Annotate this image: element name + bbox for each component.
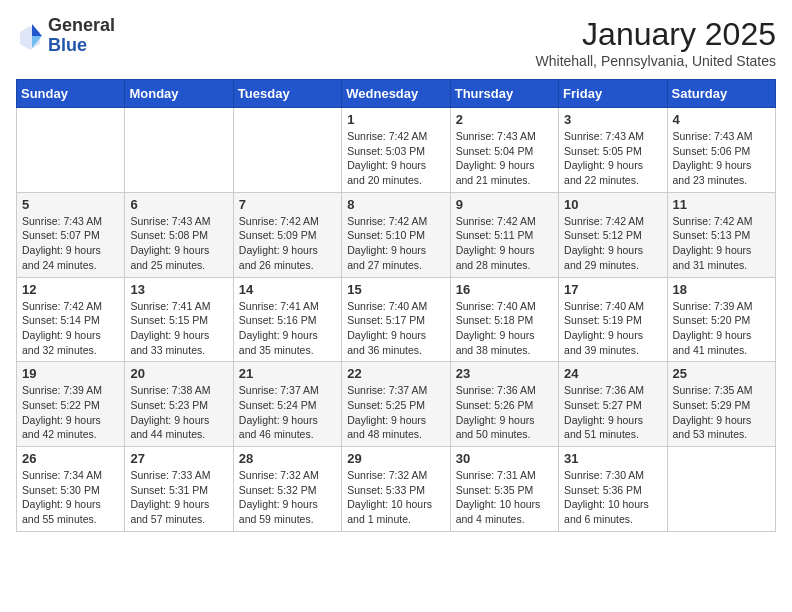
day-number: 22 bbox=[347, 366, 444, 381]
logo-icon bbox=[16, 22, 44, 50]
calendar-week-row: 26Sunrise: 7:34 AM Sunset: 5:30 PM Dayli… bbox=[17, 447, 776, 532]
day-info: Sunrise: 7:36 AM Sunset: 5:26 PM Dayligh… bbox=[456, 383, 553, 442]
day-info: Sunrise: 7:40 AM Sunset: 5:19 PM Dayligh… bbox=[564, 299, 661, 358]
calendar-cell: 24Sunrise: 7:36 AM Sunset: 5:27 PM Dayli… bbox=[559, 362, 667, 447]
day-info: Sunrise: 7:43 AM Sunset: 5:05 PM Dayligh… bbox=[564, 129, 661, 188]
calendar-cell: 4Sunrise: 7:43 AM Sunset: 5:06 PM Daylig… bbox=[667, 108, 775, 193]
day-number: 2 bbox=[456, 112, 553, 127]
title-block: January 2025 Whitehall, Pennsylvania, Un… bbox=[536, 16, 776, 69]
calendar-cell: 17Sunrise: 7:40 AM Sunset: 5:19 PM Dayli… bbox=[559, 277, 667, 362]
day-info: Sunrise: 7:43 AM Sunset: 5:08 PM Dayligh… bbox=[130, 214, 227, 273]
day-info: Sunrise: 7:34 AM Sunset: 5:30 PM Dayligh… bbox=[22, 468, 119, 527]
page-header: General Blue January 2025 Whitehall, Pen… bbox=[16, 16, 776, 69]
day-info: Sunrise: 7:41 AM Sunset: 5:15 PM Dayligh… bbox=[130, 299, 227, 358]
calendar-cell: 9Sunrise: 7:42 AM Sunset: 5:11 PM Daylig… bbox=[450, 192, 558, 277]
day-info: Sunrise: 7:42 AM Sunset: 5:12 PM Dayligh… bbox=[564, 214, 661, 273]
calendar-cell: 18Sunrise: 7:39 AM Sunset: 5:20 PM Dayli… bbox=[667, 277, 775, 362]
calendar-cell: 11Sunrise: 7:42 AM Sunset: 5:13 PM Dayli… bbox=[667, 192, 775, 277]
calendar-header-row: SundayMondayTuesdayWednesdayThursdayFrid… bbox=[17, 80, 776, 108]
day-info: Sunrise: 7:43 AM Sunset: 5:06 PM Dayligh… bbox=[673, 129, 770, 188]
weekday-header: Saturday bbox=[667, 80, 775, 108]
calendar-cell bbox=[667, 447, 775, 532]
day-number: 14 bbox=[239, 282, 336, 297]
calendar-cell: 31Sunrise: 7:30 AM Sunset: 5:36 PM Dayli… bbox=[559, 447, 667, 532]
calendar-cell: 16Sunrise: 7:40 AM Sunset: 5:18 PM Dayli… bbox=[450, 277, 558, 362]
calendar: SundayMondayTuesdayWednesdayThursdayFrid… bbox=[16, 79, 776, 532]
calendar-cell: 26Sunrise: 7:34 AM Sunset: 5:30 PM Dayli… bbox=[17, 447, 125, 532]
day-info: Sunrise: 7:37 AM Sunset: 5:25 PM Dayligh… bbox=[347, 383, 444, 442]
weekday-header: Sunday bbox=[17, 80, 125, 108]
day-info: Sunrise: 7:30 AM Sunset: 5:36 PM Dayligh… bbox=[564, 468, 661, 527]
day-number: 17 bbox=[564, 282, 661, 297]
day-info: Sunrise: 7:42 AM Sunset: 5:10 PM Dayligh… bbox=[347, 214, 444, 273]
day-number: 9 bbox=[456, 197, 553, 212]
day-info: Sunrise: 7:32 AM Sunset: 5:32 PM Dayligh… bbox=[239, 468, 336, 527]
calendar-cell: 15Sunrise: 7:40 AM Sunset: 5:17 PM Dayli… bbox=[342, 277, 450, 362]
day-number: 26 bbox=[22, 451, 119, 466]
calendar-week-row: 1Sunrise: 7:42 AM Sunset: 5:03 PM Daylig… bbox=[17, 108, 776, 193]
day-number: 6 bbox=[130, 197, 227, 212]
day-info: Sunrise: 7:36 AM Sunset: 5:27 PM Dayligh… bbox=[564, 383, 661, 442]
day-number: 29 bbox=[347, 451, 444, 466]
day-number: 10 bbox=[564, 197, 661, 212]
day-info: Sunrise: 7:31 AM Sunset: 5:35 PM Dayligh… bbox=[456, 468, 553, 527]
weekday-header: Monday bbox=[125, 80, 233, 108]
day-number: 20 bbox=[130, 366, 227, 381]
day-info: Sunrise: 7:42 AM Sunset: 5:13 PM Dayligh… bbox=[673, 214, 770, 273]
logo: General Blue bbox=[16, 16, 115, 56]
calendar-week-row: 12Sunrise: 7:42 AM Sunset: 5:14 PM Dayli… bbox=[17, 277, 776, 362]
calendar-cell: 22Sunrise: 7:37 AM Sunset: 5:25 PM Dayli… bbox=[342, 362, 450, 447]
day-number: 23 bbox=[456, 366, 553, 381]
day-number: 7 bbox=[239, 197, 336, 212]
calendar-cell: 13Sunrise: 7:41 AM Sunset: 5:15 PM Dayli… bbox=[125, 277, 233, 362]
calendar-cell: 2Sunrise: 7:43 AM Sunset: 5:04 PM Daylig… bbox=[450, 108, 558, 193]
day-number: 16 bbox=[456, 282, 553, 297]
day-info: Sunrise: 7:40 AM Sunset: 5:18 PM Dayligh… bbox=[456, 299, 553, 358]
day-number: 8 bbox=[347, 197, 444, 212]
logo-text: General Blue bbox=[48, 16, 115, 56]
day-number: 1 bbox=[347, 112, 444, 127]
calendar-week-row: 5Sunrise: 7:43 AM Sunset: 5:07 PM Daylig… bbox=[17, 192, 776, 277]
day-info: Sunrise: 7:35 AM Sunset: 5:29 PM Dayligh… bbox=[673, 383, 770, 442]
day-number: 30 bbox=[456, 451, 553, 466]
day-number: 24 bbox=[564, 366, 661, 381]
calendar-cell: 8Sunrise: 7:42 AM Sunset: 5:10 PM Daylig… bbox=[342, 192, 450, 277]
day-info: Sunrise: 7:42 AM Sunset: 5:14 PM Dayligh… bbox=[22, 299, 119, 358]
location: Whitehall, Pennsylvania, United States bbox=[536, 53, 776, 69]
day-info: Sunrise: 7:41 AM Sunset: 5:16 PM Dayligh… bbox=[239, 299, 336, 358]
calendar-cell bbox=[125, 108, 233, 193]
day-info: Sunrise: 7:40 AM Sunset: 5:17 PM Dayligh… bbox=[347, 299, 444, 358]
day-info: Sunrise: 7:37 AM Sunset: 5:24 PM Dayligh… bbox=[239, 383, 336, 442]
calendar-cell: 25Sunrise: 7:35 AM Sunset: 5:29 PM Dayli… bbox=[667, 362, 775, 447]
weekday-header: Thursday bbox=[450, 80, 558, 108]
calendar-cell: 1Sunrise: 7:42 AM Sunset: 5:03 PM Daylig… bbox=[342, 108, 450, 193]
calendar-cell: 28Sunrise: 7:32 AM Sunset: 5:32 PM Dayli… bbox=[233, 447, 341, 532]
day-info: Sunrise: 7:38 AM Sunset: 5:23 PM Dayligh… bbox=[130, 383, 227, 442]
calendar-cell: 20Sunrise: 7:38 AM Sunset: 5:23 PM Dayli… bbox=[125, 362, 233, 447]
calendar-cell: 23Sunrise: 7:36 AM Sunset: 5:26 PM Dayli… bbox=[450, 362, 558, 447]
day-info: Sunrise: 7:39 AM Sunset: 5:20 PM Dayligh… bbox=[673, 299, 770, 358]
day-number: 13 bbox=[130, 282, 227, 297]
weekday-header: Friday bbox=[559, 80, 667, 108]
day-info: Sunrise: 7:42 AM Sunset: 5:03 PM Dayligh… bbox=[347, 129, 444, 188]
calendar-cell: 30Sunrise: 7:31 AM Sunset: 5:35 PM Dayli… bbox=[450, 447, 558, 532]
calendar-cell: 29Sunrise: 7:32 AM Sunset: 5:33 PM Dayli… bbox=[342, 447, 450, 532]
day-info: Sunrise: 7:42 AM Sunset: 5:09 PM Dayligh… bbox=[239, 214, 336, 273]
calendar-cell: 14Sunrise: 7:41 AM Sunset: 5:16 PM Dayli… bbox=[233, 277, 341, 362]
weekday-header: Wednesday bbox=[342, 80, 450, 108]
weekday-header: Tuesday bbox=[233, 80, 341, 108]
svg-marker-1 bbox=[32, 24, 42, 36]
calendar-cell: 21Sunrise: 7:37 AM Sunset: 5:24 PM Dayli… bbox=[233, 362, 341, 447]
day-number: 4 bbox=[673, 112, 770, 127]
calendar-cell: 6Sunrise: 7:43 AM Sunset: 5:08 PM Daylig… bbox=[125, 192, 233, 277]
day-number: 11 bbox=[673, 197, 770, 212]
day-number: 3 bbox=[564, 112, 661, 127]
day-number: 18 bbox=[673, 282, 770, 297]
calendar-cell bbox=[17, 108, 125, 193]
day-number: 15 bbox=[347, 282, 444, 297]
day-info: Sunrise: 7:43 AM Sunset: 5:07 PM Dayligh… bbox=[22, 214, 119, 273]
calendar-cell: 27Sunrise: 7:33 AM Sunset: 5:31 PM Dayli… bbox=[125, 447, 233, 532]
calendar-cell: 5Sunrise: 7:43 AM Sunset: 5:07 PM Daylig… bbox=[17, 192, 125, 277]
day-info: Sunrise: 7:33 AM Sunset: 5:31 PM Dayligh… bbox=[130, 468, 227, 527]
calendar-cell: 3Sunrise: 7:43 AM Sunset: 5:05 PM Daylig… bbox=[559, 108, 667, 193]
